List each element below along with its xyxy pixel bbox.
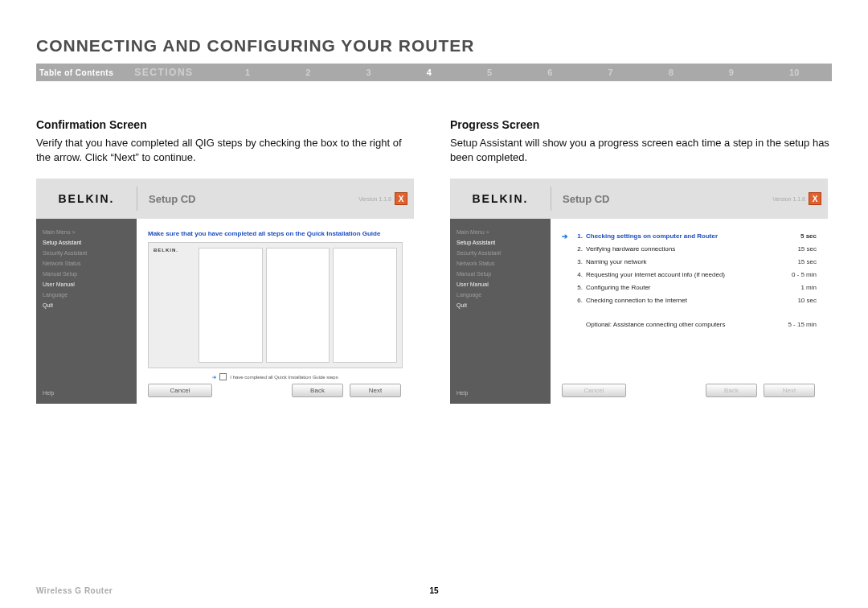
back-button[interactable]: Back <box>706 384 757 397</box>
belkin-logo: BELKIN. <box>450 192 551 205</box>
page-number: 15 <box>429 586 438 595</box>
progress-step: ➔5.Configuring the Router1 min <box>562 281 817 294</box>
section-link-6[interactable]: 6 <box>547 68 552 77</box>
section-link-1[interactable]: 1 <box>245 68 250 77</box>
sidebar-item[interactable]: Manual Setup <box>43 269 137 279</box>
left-body: Verify that you have completed all QIG s… <box>36 136 418 164</box>
sidebar-item[interactable]: Network Status <box>43 258 137 269</box>
sidebar-item[interactable]: Quit <box>457 300 551 310</box>
right-heading: Progress Screen <box>450 118 832 131</box>
section-link-2[interactable]: 2 <box>305 68 310 77</box>
confirmation-checkbox-row[interactable]: ➔ I have completed all Quick Installatio… <box>148 373 403 380</box>
sidebar-item[interactable]: Security Assistant <box>457 248 551 258</box>
sidebar-item[interactable]: Security Assistant <box>43 248 137 258</box>
sidebar-item[interactable]: Main Menu > <box>457 227 551 237</box>
qig-logo: BELKIN. <box>154 248 194 363</box>
page-title: CONNECTING AND CONFIGURING YOUR ROUTER <box>36 36 832 55</box>
toc-link[interactable]: Table of Contents <box>36 68 120 77</box>
cancel-button[interactable]: Cancel <box>148 384 212 397</box>
progress-step: ➔1.Checking settings on computer and Rou… <box>562 230 817 243</box>
qig-preview: BELKIN. <box>148 242 403 368</box>
back-button[interactable]: Back <box>292 384 343 397</box>
section-link-8[interactable]: 8 <box>669 68 674 77</box>
section-navbar: Table of Contents SECTIONS 12345678910 <box>36 64 832 81</box>
left-heading: Confirmation Screen <box>36 118 418 131</box>
sidebar-item[interactable]: Network Status <box>457 258 551 269</box>
setup-cd-title: Setup CD <box>551 187 772 211</box>
qig-step-thumb <box>266 248 330 363</box>
close-icon[interactable]: X <box>809 192 821 205</box>
section-link-5[interactable]: 5 <box>487 68 492 77</box>
section-link-3[interactable]: 3 <box>366 68 371 77</box>
section-link-10[interactable]: 10 <box>789 68 799 77</box>
section-link-9[interactable]: 9 <box>729 68 734 77</box>
cancel-button[interactable]: Cancel <box>562 384 626 397</box>
sidebar-item[interactable]: User Manual <box>457 279 551 290</box>
product-name: Wireless G Router <box>36 586 113 595</box>
sidebar-item[interactable]: Setup Assistant <box>43 237 137 248</box>
sidebar-item[interactable]: User Manual <box>43 279 137 290</box>
section-link-4[interactable]: 4 <box>427 68 432 77</box>
version-label: Version 1.1.8 <box>772 196 805 202</box>
sidebar-item[interactable]: Quit <box>43 300 137 310</box>
sidebar-item[interactable]: Main Menu > <box>43 227 137 237</box>
progress-optional: ➔Optional: Assistance connecting other c… <box>562 318 817 331</box>
progress-step: ➔2.Verifying hardware connections15 sec <box>562 243 817 256</box>
sidebar: Main Menu >Setup AssistantSecurity Assis… <box>450 219 551 404</box>
section-link-7[interactable]: 7 <box>608 68 612 77</box>
qig-step-thumb <box>333 248 397 363</box>
qig-step-thumb <box>199 248 263 363</box>
sidebar-item[interactable]: Language <box>43 290 137 300</box>
next-button[interactable]: Next <box>350 384 401 397</box>
checkbox[interactable] <box>219 373 227 380</box>
progress-step: ➔6.Checking connection to the Internet10… <box>562 294 817 307</box>
progress-step: ➔4.Requesting your internet account info… <box>562 269 817 281</box>
progress-step: ➔3.Naming your network15 sec <box>562 256 817 269</box>
setup-cd-title: Setup CD <box>137 187 358 211</box>
instruction-text: Make sure that you have completed all st… <box>148 230 403 237</box>
checkbox-label: I have completed all Quick Installation … <box>230 375 338 380</box>
sidebar-help[interactable]: Help <box>43 390 137 404</box>
progress-screenshot: BELKIN. Setup CD Version 1.1.8 X Main Me… <box>450 179 828 404</box>
sidebar-help[interactable]: Help <box>457 390 551 404</box>
version-label: Version 1.1.8 <box>358 196 391 202</box>
sidebar-item[interactable]: Manual Setup <box>457 269 551 279</box>
next-button[interactable]: Next <box>764 384 815 397</box>
section-numbers: 12345678910 <box>194 68 832 77</box>
confirmation-screenshot: BELKIN. Setup CD Version 1.1.8 X Main Me… <box>36 179 414 404</box>
arrow-icon: ➔ <box>212 374 216 380</box>
close-icon[interactable]: X <box>395 192 407 205</box>
sections-label: SECTIONS <box>120 67 193 78</box>
sidebar: Main Menu >Setup AssistantSecurity Assis… <box>36 219 137 404</box>
progress-steps: ➔1.Checking settings on computer and Rou… <box>562 230 817 331</box>
belkin-logo: BELKIN. <box>36 192 137 205</box>
sidebar-item[interactable]: Language <box>457 290 551 300</box>
sidebar-item[interactable]: Setup Assistant <box>457 237 551 248</box>
right-body: Setup Assistant will show you a progress… <box>450 136 832 164</box>
